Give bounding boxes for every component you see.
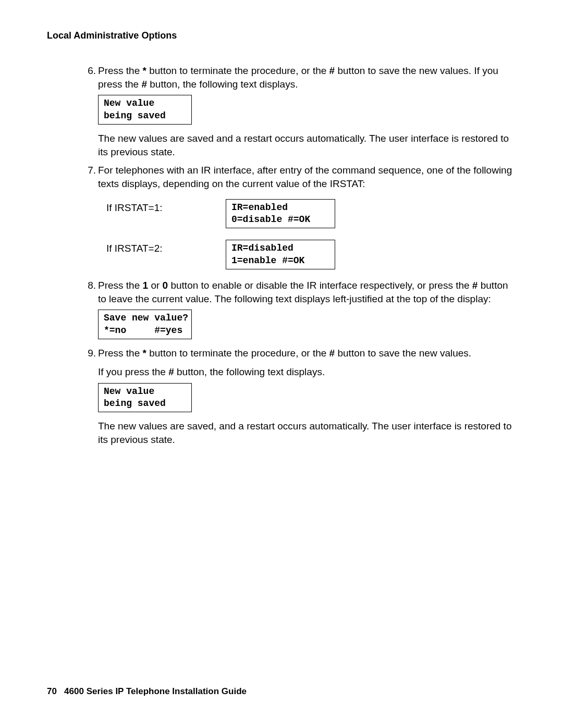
hash-key: #	[329, 348, 335, 359]
step-number: 8.	[82, 279, 98, 305]
irstat-row-1: If IRSTAT=1: IR=enabled 0=disable #=OK	[98, 199, 516, 229]
display-box-save-prompt: Save new value? *=no #=yes	[98, 310, 192, 339]
step-6: 6. Press the * button to terminate the p…	[82, 64, 516, 91]
step-9: 9. Press the * button to terminate the p…	[82, 347, 516, 360]
text: Press the	[98, 348, 143, 359]
page-number: 70	[47, 686, 57, 696]
text: button to terminate the procedure, or th…	[146, 65, 329, 76]
page-header-title: Local Administrative Options	[47, 30, 516, 41]
step-number: 9.	[82, 347, 98, 360]
step-body: Press the * button to terminate the proc…	[98, 64, 516, 91]
hash-key: #	[329, 65, 335, 76]
irstat-row-2: If IRSTAT=2: IR=disabled 1=enable #=OK	[98, 240, 516, 269]
text: button to enable or disable the IR inter…	[168, 280, 472, 291]
step-9-line2: If you press the # button, the following…	[82, 365, 516, 379]
hash-key: #	[141, 79, 147, 90]
content-area: 6. Press the * button to terminate the p…	[47, 64, 516, 447]
step-body: Press the 1 or 0 button to enable or dis…	[98, 279, 516, 305]
text: button to save the new values.	[335, 348, 471, 359]
step-number: 7.	[82, 164, 98, 190]
star-key: *	[143, 348, 146, 359]
page-footer: 70 4600 Series IP Telephone Installation…	[47, 686, 247, 697]
text: button to terminate the procedure, or th…	[146, 348, 329, 359]
text: button, the following text displays.	[147, 79, 298, 90]
step-7: 7. For telephones with an IR interface, …	[82, 164, 516, 190]
irstat-rows: If IRSTAT=1: IR=enabled 0=disable #=OK I…	[82, 199, 516, 270]
step-8: 8. Press the 1 or 0 button to enable or …	[82, 279, 516, 305]
step-6-followup: The new values are saved and a restart o…	[82, 132, 516, 158]
step-number: 6.	[82, 64, 98, 91]
step-body: Press the * button to terminate the proc…	[98, 347, 516, 360]
display-box-wrapper: Save new value? *=no #=yes	[98, 310, 516, 339]
step-9-followup: The new values are saved, and a restart …	[82, 419, 516, 446]
text: or	[148, 280, 162, 291]
display-box-irstat2: IR=disabled 1=enable #=OK	[226, 240, 335, 269]
display-box-irstat1: IR=enabled 0=disable #=OK	[226, 199, 335, 229]
irstat-label-2: If IRSTAT=2:	[98, 240, 226, 255]
display-box-wrapper: New value being saved	[98, 383, 516, 413]
text: Press the	[98, 65, 143, 76]
page: Local Administrative Options 6. Press th…	[0, 0, 563, 728]
display-box-new-value-2: New value being saved	[98, 383, 192, 413]
footer-title: 4600 Series IP Telephone Installation Gu…	[64, 686, 247, 696]
star-key: *	[143, 65, 146, 76]
display-box-new-value: New value being saved	[98, 95, 192, 125]
step-body: For telephones with an IR interface, aft…	[98, 164, 516, 190]
text: Press the	[98, 280, 143, 291]
text: button, the following text displays.	[174, 366, 325, 377]
zero-key: 0	[163, 280, 168, 291]
one-key: 1	[143, 280, 149, 291]
text: If you press the	[98, 366, 168, 377]
hash-key: #	[472, 280, 478, 291]
hash-key: #	[168, 366, 174, 377]
irstat-label-1: If IRSTAT=1:	[98, 199, 226, 215]
display-box-wrapper: New value being saved	[98, 95, 516, 125]
